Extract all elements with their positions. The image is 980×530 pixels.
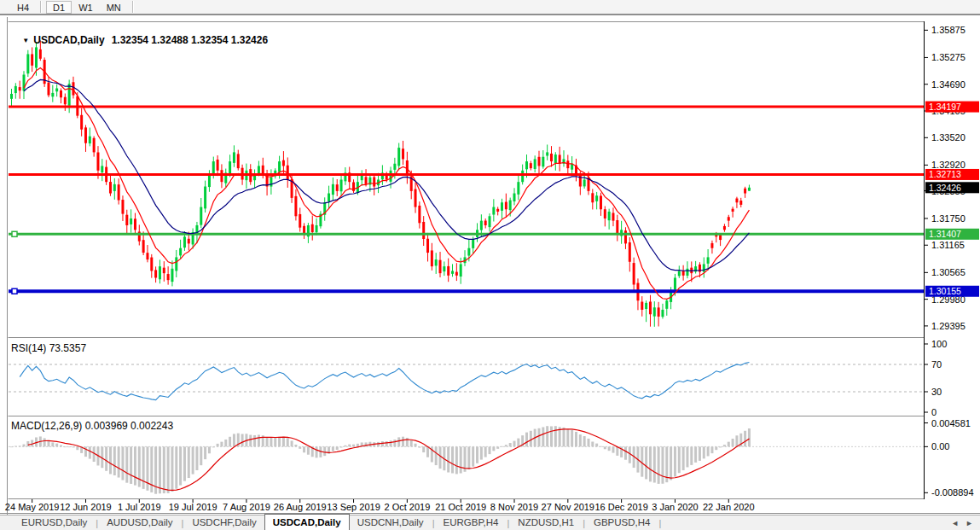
chart-canvas[interactable]: 1.358751.352751.346901.341051.335201.329… — [0, 17, 980, 515]
price-flag-1.30155: 1.30155 — [925, 286, 979, 297]
tab-usdcad[interactable]: USDCAD,Daily — [264, 514, 350, 530]
price-tick-label: 1.35875 — [931, 25, 966, 35]
timeframe-button-w1[interactable]: W1 — [72, 1, 100, 14]
tab-usdcnh[interactable]: USDCNH,Daily — [350, 515, 432, 530]
price-tick-label: 1.33520 — [931, 132, 966, 143]
tab-separator: | — [658, 518, 662, 528]
price-flag-1.32426: 1.32426 — [925, 182, 979, 193]
toolbar-separator — [40, 1, 42, 13]
date-tick-label: 27 Nov 2019 — [542, 502, 594, 512]
tab-eurusd[interactable]: EURUSD,Daily — [14, 515, 95, 530]
tab-gbpusd[interactable]: GBPUSD,H4 — [586, 515, 658, 530]
rsi-tick-label: 0 — [931, 407, 937, 417]
price-tick-label: 1.31165 — [931, 240, 965, 250]
date-tick-label: 24 May 2019 — [5, 502, 60, 512]
toolbar-separator — [132, 1, 134, 13]
date-axis: 24 May 201912 Jun 20191 Jul 201919 Jul 2… — [5, 499, 755, 512]
symbol-tabbar: EURUSD,Daily|AUDUSD,Daily|USDCHF,DailyUS… — [0, 515, 980, 530]
price-flag-1.31407: 1.31407 — [925, 229, 979, 240]
date-tick-label: 22 Jan 2020 — [703, 502, 755, 512]
price-tick-label: 1.34690 — [931, 79, 966, 90]
price-flag-text: 1.34197 — [929, 102, 961, 112]
price-flag-1.34197: 1.34197 — [925, 102, 979, 113]
rsi-tick-label: 30 — [931, 387, 942, 397]
tab-scroll-right-icon[interactable]: ► — [966, 519, 973, 527]
macd-tick-label: 0.00 — [931, 441, 949, 451]
timeframe-toolbar: H4D1W1MN — [0, 0, 980, 15]
level-handle[interactable] — [12, 231, 17, 236]
chart-symbol-label: USDCAD,Daily — [33, 34, 104, 46]
timeframe-button-mn[interactable]: MN — [100, 1, 128, 14]
price-tick-label: 1.29395 — [931, 321, 966, 331]
macd-tick-label: 0.004581 — [931, 418, 971, 428]
price-flag-text: 1.31407 — [929, 229, 961, 239]
date-tick-label: 21 Oct 2019 — [435, 502, 486, 512]
chart-window: 1.358751.352751.346901.341051.335201.329… — [0, 17, 980, 515]
tab-audusd[interactable]: AUDUSD,Daily — [99, 515, 180, 530]
price-tick-label: 1.35275 — [931, 52, 966, 62]
tab-eurgbp[interactable]: EURGBP,H4 — [435, 515, 506, 530]
macd-tick-label: -0.008894 — [931, 487, 974, 498]
price-flag-text: 1.32713 — [929, 169, 961, 179]
date-tick-label: 3 Jan 2020 — [652, 502, 698, 512]
level-handle[interactable] — [12, 288, 17, 294]
price-flag-text: 1.32426 — [929, 183, 961, 193]
timeframe-button-d1[interactable]: D1 — [46, 1, 72, 14]
date-tick-label: 1 Jul 2019 — [118, 502, 161, 512]
date-tick-label: 2 Oct 2019 — [384, 502, 430, 512]
rsi-tick-label: 100 — [931, 339, 947, 349]
price-tick-label: 1.31750 — [931, 213, 966, 224]
date-tick-label: 16 Dec 2019 — [594, 502, 647, 512]
price-flag-1.32713: 1.32713 — [925, 169, 979, 180]
macd-indicator-label: MACD(12,26,9) 0.003969 0.002243 — [11, 420, 173, 432]
tab-nzdusd[interactable]: NZDUSD,H1 — [510, 515, 582, 530]
chart-ohlc-values: 1.32354 1.32488 1.32354 1.32426 — [112, 34, 269, 46]
date-tick-label: 13 Sep 2019 — [327, 502, 380, 512]
collapse-icon[interactable]: ▼ — [22, 37, 29, 44]
tab-scroll-left-icon[interactable]: ◄ — [951, 519, 959, 527]
date-tick-label: 26 Aug 2019 — [274, 502, 327, 512]
rsi-indicator-label: RSI(14) 73.5357 — [11, 342, 86, 354]
rsi-tick-label: 70 — [931, 359, 942, 370]
date-tick-label: 7 Aug 2019 — [223, 502, 270, 512]
timeframe-button-h4[interactable]: H4 — [10, 1, 36, 14]
date-tick-label: 12 Jun 2019 — [60, 502, 112, 512]
tab-usdchf[interactable]: USDCHF,Daily — [184, 515, 264, 530]
price-flag-text: 1.30155 — [929, 286, 961, 296]
chart-background — [0, 17, 980, 515]
date-tick-label: 19 Jul 2019 — [169, 502, 217, 512]
chart-title: ▼USDCAD,Daily1.32354 1.32488 1.32354 1.3… — [11, 22, 268, 58]
date-tick-label: 8 Nov 2019 — [490, 502, 538, 512]
price-tick-label: 1.30565 — [931, 267, 966, 277]
